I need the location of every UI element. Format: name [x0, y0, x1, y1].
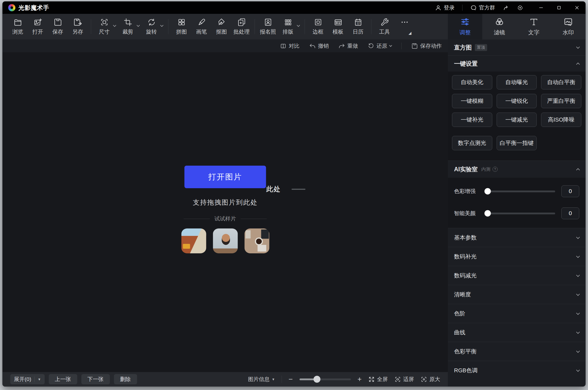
- open-image-icon: [34, 18, 42, 26]
- chevron-down-icon[interactable]: [137, 24, 140, 27]
- tab-filter[interactable]: 滤镜: [482, 14, 517, 39]
- share-button[interactable]: [503, 5, 509, 11]
- tab-adjust[interactable]: 调整: [448, 14, 482, 39]
- chevron-down-icon[interactable]: [297, 24, 300, 27]
- delete-button[interactable]: 删除: [114, 374, 137, 384]
- image-info-label: 图片信息: [248, 376, 269, 383]
- chevron-down-icon[interactable]: [576, 45, 580, 49]
- calendar-button[interactable]: 12 日历: [350, 18, 367, 35]
- chevron-down-icon[interactable]: [576, 254, 580, 258]
- rotate-button[interactable]: 旋转: [143, 18, 163, 35]
- section-rgb-tone[interactable]: RGB色调: [448, 361, 585, 380]
- id-photo-button[interactable]: 报名照: [259, 18, 276, 35]
- login-button[interactable]: 登录: [435, 4, 455, 11]
- chevron-down-icon[interactable]: [576, 349, 580, 353]
- smart-beauty-value[interactable]: 0: [561, 207, 579, 219]
- ai-lab-header[interactable]: AI实验室 内测 ?: [448, 161, 585, 178]
- collage-button[interactable]: 拼图: [173, 18, 190, 35]
- settings-button[interactable]: [517, 5, 523, 11]
- divider-line: [241, 219, 267, 219]
- tools-button[interactable]: 工具: [376, 18, 393, 35]
- close-button[interactable]: [574, 5, 580, 11]
- chevron-down-icon[interactable]: [576, 273, 580, 277]
- zoom-out-button[interactable]: −: [288, 375, 293, 383]
- high-iso-denoise-button[interactable]: 高ISO降噪: [541, 113, 581, 127]
- resize-button[interactable]: 尺寸: [96, 18, 116, 35]
- section-clarity[interactable]: 清晰度: [448, 285, 585, 304]
- minimize-button[interactable]: [538, 5, 544, 11]
- section-digital-dim-light[interactable]: 数码减光: [448, 266, 585, 285]
- redo-button[interactable]: 重做: [339, 42, 358, 49]
- chevron-up-icon[interactable]: [576, 63, 580, 66]
- chevron-down-icon[interactable]: [576, 292, 580, 296]
- tab-text[interactable]: 文字: [517, 14, 551, 39]
- fullscreen-button[interactable]: 全屏: [368, 376, 388, 383]
- zoom-in-button[interactable]: +: [358, 375, 362, 383]
- help-icon[interactable]: ?: [493, 167, 498, 172]
- browse-button[interactable]: 浏览: [9, 18, 26, 35]
- more-tools-button[interactable]: ◢: [396, 18, 413, 35]
- color-enhance-value[interactable]: 0: [561, 185, 579, 197]
- section-color-balance[interactable]: 色彩平衡: [448, 342, 585, 361]
- expand-button[interactable]: 展开(0) ▼: [10, 374, 45, 384]
- tab-watermark[interactable]: 水印: [551, 14, 585, 39]
- sample-photo-portrait[interactable]: [213, 228, 238, 253]
- auto-white-balance-button[interactable]: 自动白平衡: [541, 75, 581, 89]
- maximize-button[interactable]: [556, 5, 562, 11]
- template-button[interactable]: 模板: [330, 18, 346, 35]
- save-button[interactable]: 保存: [49, 18, 66, 35]
- chevron-down-icon[interactable]: [576, 235, 580, 239]
- one-click-header[interactable]: 一键设置: [448, 56, 585, 72]
- one-click-sharpen-button[interactable]: 一键锐化: [497, 94, 537, 108]
- zoom-slider[interactable]: [300, 378, 351, 380]
- chevron-down-icon[interactable]: [576, 368, 580, 372]
- sample-photo-desert[interactable]: [181, 228, 206, 253]
- divider-line: [184, 219, 210, 219]
- color-enhance-slider[interactable]: [486, 191, 555, 192]
- sample-photo-desk[interactable]: [244, 228, 269, 253]
- section-basic-params[interactable]: 基本参数: [448, 228, 585, 247]
- save-as-button[interactable]: 另存: [69, 18, 86, 35]
- color-enhance-slider-thumb[interactable]: [485, 188, 491, 195]
- chevron-down-icon[interactable]: [576, 330, 580, 334]
- smart-beauty-slider[interactable]: [486, 213, 555, 214]
- restore-button[interactable]: 还原: [368, 42, 392, 49]
- zoom-slider-thumb[interactable]: [313, 376, 320, 383]
- chevron-down-icon[interactable]: [576, 311, 580, 315]
- image-info-button[interactable]: 图片信息 ▼: [248, 376, 275, 383]
- chevron-down-icon[interactable]: [160, 24, 163, 27]
- fit-screen-button[interactable]: 适屏: [394, 376, 414, 383]
- chevron-up-icon[interactable]: [576, 168, 580, 172]
- one-click-blur-button[interactable]: 一键模糊: [452, 94, 492, 108]
- undo-button[interactable]: 撤销: [309, 42, 329, 49]
- chevron-down-icon[interactable]: [113, 24, 116, 27]
- brush-button[interactable]: 画笔: [193, 18, 210, 35]
- smart-beauty-slider-thumb[interactable]: [485, 210, 491, 217]
- actual-size-button[interactable]: 原大: [421, 376, 440, 383]
- section-curves[interactable]: 曲线: [448, 323, 585, 342]
- digital-spot-metering-button[interactable]: 数字点测光: [452, 136, 492, 150]
- frame-button[interactable]: 边框: [310, 18, 326, 35]
- cutout-button[interactable]: 抠图: [213, 18, 230, 35]
- official-group-button[interactable]: 官方群: [470, 4, 495, 11]
- crop-button[interactable]: 裁剪: [119, 18, 140, 35]
- layout-button[interactable]: 排版: [279, 18, 300, 35]
- next-button[interactable]: 下一张: [81, 374, 110, 384]
- batch-button[interactable]: 批处理: [233, 18, 250, 35]
- one-click-fill-light-button[interactable]: 一键补光: [452, 113, 492, 127]
- section-digital-fill-light[interactable]: 数码补光: [448, 247, 585, 266]
- section-levels[interactable]: 色阶: [448, 304, 585, 323]
- one-click-dim-light-button[interactable]: 一键减光: [497, 113, 537, 127]
- white-balance-one-key-button[interactable]: 白平衡一指键: [497, 136, 537, 150]
- prev-button[interactable]: 上一张: [49, 374, 77, 384]
- open-button[interactable]: 打开: [29, 18, 46, 35]
- open-image-button[interactable]: 打开图片: [185, 166, 266, 188]
- save-action-button[interactable]: 保存动作: [411, 42, 442, 49]
- histogram-row[interactable]: 直方图 置顶: [448, 39, 585, 55]
- pin-top-badge[interactable]: 置顶: [475, 44, 487, 51]
- severe-white-balance-button[interactable]: 严重白平衡: [541, 94, 581, 108]
- auto-beautify-button[interactable]: 自动美化: [452, 75, 492, 89]
- auto-exposure-button[interactable]: 自动曝光: [497, 75, 537, 89]
- compare-button[interactable]: 对比: [280, 42, 300, 49]
- chevron-down-icon[interactable]: [389, 44, 392, 47]
